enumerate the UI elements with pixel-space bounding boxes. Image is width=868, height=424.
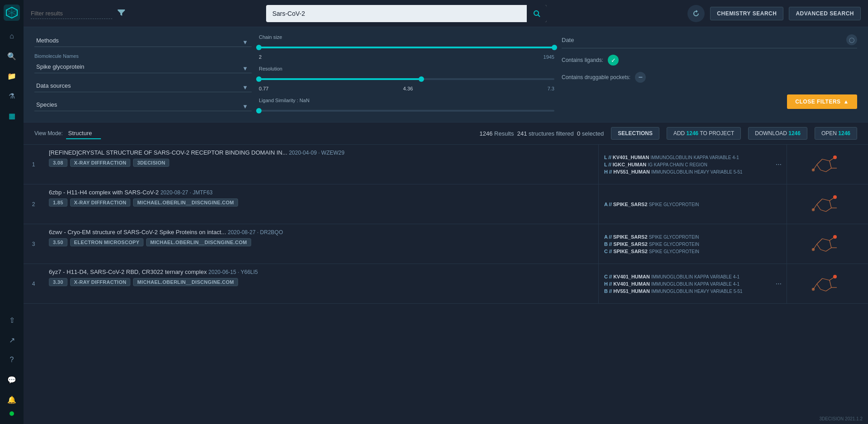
chain-size-label: Chain size bbox=[259, 34, 554, 40]
view-mode-wrap: View Mode: Structure bbox=[34, 128, 101, 139]
species-filter: Species ▼ bbox=[34, 99, 252, 111]
search-button[interactable] bbox=[527, 5, 547, 22]
view-mode-select[interactable]: Structure bbox=[66, 128, 101, 139]
chain-line: A // SPIKE_SARS2 SPIKE GLYCOPROTEIN bbox=[604, 202, 765, 207]
svg-line-8 bbox=[817, 165, 820, 170]
ligand-similarity-slider: Ligand Similarity : NaN bbox=[259, 98, 554, 115]
result-tag: 3DECISION bbox=[133, 159, 169, 167]
date-icon-btn[interactable]: ◯ bbox=[846, 34, 857, 45]
chain-line: B // HV551_HUMAN IMMUNOGLOBULIN HEAVY VA… bbox=[604, 288, 765, 294]
species-select[interactable]: Species bbox=[34, 99, 252, 111]
chain-line: C // KV401_HUMAN IMMUNOGLOBULIN KAPPA VA… bbox=[604, 274, 765, 279]
date-label: Date bbox=[562, 37, 574, 43]
row-title[interactable]: 6zbp - H11-H4 complex with SARS-CoV-2 20… bbox=[49, 189, 593, 196]
sidebar: ⌂ 🔍 📁 ⚗ ▦ ⇧ ↗ ? 💬 🔔 bbox=[0, 0, 24, 424]
ligand-similarity-track-wrap[interactable] bbox=[259, 107, 554, 115]
svg-point-34 bbox=[833, 235, 837, 239]
chemistry-search-button[interactable]: CHEMISTRY SEARCH bbox=[710, 7, 783, 20]
resolution-thumb-left[interactable] bbox=[256, 76, 262, 82]
filter-col-right: Date ◯ Contains ligands: ✓ Contains drug… bbox=[562, 34, 857, 115]
druggable-toggle-minus[interactable]: − bbox=[635, 72, 646, 83]
ligand-similarity-thumb[interactable] bbox=[256, 108, 262, 113]
ligand-similarity-track bbox=[259, 110, 554, 112]
table-row[interactable]: 3 6zwv - Cryo-EM structure of SARS-CoV-2… bbox=[24, 224, 868, 264]
svg-line-3 bbox=[817, 159, 822, 165]
search-input[interactable] bbox=[266, 6, 527, 21]
protein-name: KV401_HUMAN bbox=[613, 281, 650, 287]
row-more-btn[interactable]: ⋯ bbox=[770, 264, 787, 303]
svg-line-18 bbox=[820, 210, 826, 212]
ligands-toggle-on[interactable]: ✓ bbox=[608, 55, 619, 66]
protein-name: SPIKE_SARS2 bbox=[613, 249, 648, 254]
share-icon[interactable]: ↗ bbox=[4, 332, 20, 348]
resolution-max-val: 7.3 bbox=[548, 86, 554, 91]
chain-size-thumb-left[interactable] bbox=[256, 45, 262, 50]
folder-icon[interactable]: 📁 bbox=[4, 68, 20, 84]
open-label: OPEN bbox=[821, 130, 837, 137]
chat-icon[interactable]: 💬 bbox=[4, 372, 20, 388]
add-count-badge: 1246 bbox=[687, 130, 699, 137]
chart-icon[interactable]: ▦ bbox=[4, 108, 20, 124]
svg-line-30 bbox=[817, 244, 820, 250]
contains-ligands-row: Contains ligands: ✓ bbox=[562, 55, 857, 66]
close-filters-button[interactable]: CLOSE FILTERS ▲ bbox=[787, 94, 857, 109]
biomolecule-select-wrap: Spike glycoprotein ▼ bbox=[34, 61, 252, 73]
svg-line-17 bbox=[826, 208, 831, 212]
chain-id: H // bbox=[604, 169, 613, 174]
chain-id: C // bbox=[604, 274, 613, 279]
add-suffix: TO PROJECT bbox=[700, 130, 734, 137]
row-more-placeholder bbox=[770, 224, 787, 264]
row-molecule bbox=[787, 145, 868, 184]
bell-icon[interactable]: 🔔 bbox=[4, 391, 20, 408]
svg-point-45 bbox=[833, 275, 837, 278]
help-icon[interactable]: ? bbox=[4, 352, 20, 368]
svg-line-25 bbox=[817, 239, 822, 244]
flask-icon[interactable]: ⚗ bbox=[4, 88, 20, 104]
home-icon[interactable]: ⌂ bbox=[4, 28, 20, 44]
filter-results-input[interactable] bbox=[31, 8, 112, 19]
advanced-search-button[interactable]: ADVANCED SEARCH bbox=[789, 7, 861, 20]
datasources-select[interactable]: Data sources bbox=[34, 80, 252, 92]
table-row[interactable]: 4 6yz7 - H11-D4, SARS-CoV-2 RBD, CR3022 … bbox=[24, 264, 868, 304]
row-title[interactable]: 6yz7 - H11-D4, SARS-CoV-2 RBD, CR3022 te… bbox=[49, 269, 593, 275]
chain-id: L // bbox=[604, 155, 613, 160]
row-more-btn[interactable]: ⋯ bbox=[770, 145, 787, 184]
chain-size-thumb-right[interactable] bbox=[552, 45, 557, 50]
svg-line-26 bbox=[822, 239, 830, 240]
download-button[interactable]: DOWNLOAD 1246 bbox=[748, 127, 807, 140]
row-number: 4 bbox=[24, 264, 43, 303]
add-to-project-button[interactable]: ADD 1246 TO PROJECT bbox=[667, 127, 741, 140]
row-more-placeholder bbox=[770, 184, 787, 224]
svg-line-16 bbox=[830, 201, 831, 208]
row-tags: 3.30X-RAY DIFFRACTIONMICHAEL.OBERLIN__DI… bbox=[49, 278, 593, 286]
protein-name: KV401_HUMAN bbox=[613, 155, 649, 160]
result-tag: MICHAEL.OBERLIN__DISCNGINE.COM bbox=[133, 278, 238, 286]
upload-icon[interactable]: ⇧ bbox=[4, 312, 20, 328]
search-nav-icon[interactable]: 🔍 bbox=[4, 48, 20, 64]
resolution-thumb-right[interactable] bbox=[419, 76, 424, 82]
chain-line: C // SPIKE_SARS2 SPIKE GLYCOPROTEIN bbox=[604, 249, 765, 254]
filter-icon-btn[interactable] bbox=[118, 9, 125, 17]
open-button[interactable]: OPEN 1246 bbox=[815, 127, 857, 140]
methods-select[interactable]: Methods bbox=[34, 34, 252, 47]
svg-point-23 bbox=[833, 195, 837, 199]
refresh-button[interactable] bbox=[687, 5, 705, 22]
selections-button[interactable]: SELECTIONS bbox=[611, 127, 659, 140]
row-title[interactable]: [REFINED]CRYSTAL STRUCTURE OF SARS-COV-2… bbox=[49, 149, 593, 156]
search-bar-wrap bbox=[130, 5, 682, 22]
download-count-badge: 1246 bbox=[788, 130, 801, 137]
row-main: 6zwv - Cryo-EM structure of SARS-CoV-2 S… bbox=[43, 224, 598, 264]
row-title[interactable]: 6zwv - Cryo-EM structure of SARS-CoV-2 S… bbox=[49, 229, 593, 236]
search-bar bbox=[266, 5, 547, 22]
chain-line: L // KV401_HUMAN IMMUNOGLOBULIN KAPPA VA… bbox=[604, 155, 765, 160]
result-tag: ELECTRON MICROSCOPY bbox=[70, 238, 143, 246]
result-tag: 3.08 bbox=[49, 159, 67, 167]
status-dot bbox=[10, 411, 14, 416]
resolution-slider-track-wrap[interactable] bbox=[259, 75, 554, 83]
table-row[interactable]: 2 6zbp - H11-H4 complex with SARS-CoV-2 … bbox=[24, 184, 868, 224]
protein-desc: SPIKE GLYCOPROTEIN bbox=[649, 202, 699, 207]
table-row[interactable]: 1 [REFINED]CRYSTAL STRUCTURE OF SARS-COV… bbox=[24, 145, 868, 184]
open-count-badge: 1246 bbox=[838, 130, 850, 137]
chain-size-slider-track-wrap[interactable] bbox=[259, 43, 554, 52]
biomolecule-select[interactable]: Spike glycoprotein bbox=[34, 61, 252, 73]
